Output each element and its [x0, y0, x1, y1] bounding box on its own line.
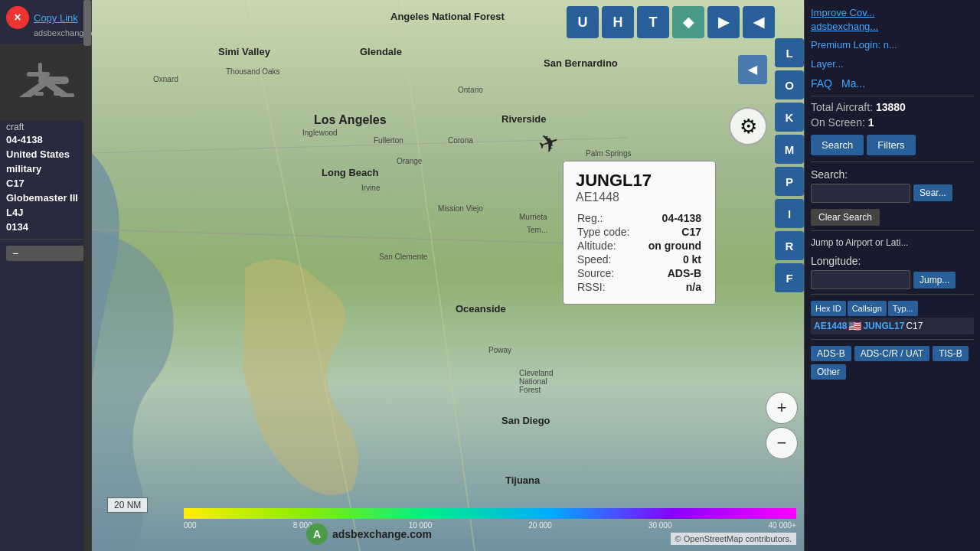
zoom-out-button[interactable]: −	[766, 427, 798, 459]
type-label: craft	[0, 120, 91, 134]
altitude-labels: 000 8 000 10 000 20 000 30 000 40 000+	[184, 521, 796, 530]
p-button[interactable]: P	[775, 167, 804, 196]
aircraft-table: Hex ID Callsign Typ... AE1448 🇺🇸 JUNGL17…	[811, 301, 974, 334]
h-button[interactable]: H	[602, 6, 634, 38]
logo: A adsbexchange.com	[306, 523, 432, 545]
m-button[interactable]: M	[775, 135, 804, 164]
popup-details: Reg.: 04-4138 Type code: C17 Altitude: o…	[576, 210, 703, 295]
prev-button[interactable]: ◀	[743, 6, 775, 38]
faq-link[interactable]: FAQ	[811, 77, 832, 90]
total-label: Total Aircraft:	[811, 101, 873, 113]
svg-rect-5	[23, 93, 32, 97]
zoom-in-button[interactable]: +	[766, 392, 798, 424]
source-tags: ADS-B ADS-C/R / UAT TIS-B Other	[811, 346, 974, 380]
popup-type-label: Type code:	[577, 226, 642, 238]
sear-button[interactable]: Sear...	[913, 184, 952, 201]
svg-rect-6	[34, 92, 44, 96]
u-button[interactable]: U	[567, 6, 599, 38]
longitude-label: Longitude:	[811, 255, 974, 267]
i-button[interactable]: I	[775, 199, 804, 228]
search-button[interactable]: Search	[811, 135, 864, 155]
popup-callsign: JUNGL17	[576, 171, 703, 191]
search-input[interactable]	[811, 184, 910, 203]
altitude-bar	[184, 508, 796, 519]
layer-button[interactable]: ◆	[672, 6, 704, 38]
icao-value: L4J	[0, 207, 91, 221]
row-hex: AE1448	[814, 321, 847, 331]
aircraft-image	[0, 44, 91, 120]
model-value: Globemaster III	[0, 192, 91, 207]
divider-2	[811, 161, 974, 162]
nav-left-button[interactable]: ◀	[738, 55, 767, 84]
jump-input[interactable]	[811, 270, 910, 289]
premium-login[interactable]: Premium Login: n...	[811, 38, 974, 52]
search-row: Sear...	[811, 184, 974, 203]
popup-type-value: C17	[643, 226, 701, 238]
settings-button[interactable]: ⚙	[729, 107, 767, 145]
table-headers: Hex ID Callsign Typ...	[811, 301, 974, 316]
row-flag: 🇺🇸	[848, 320, 861, 332]
reg-value: 04-4138	[0, 134, 91, 148]
t-button[interactable]: T	[637, 6, 669, 38]
table-row[interactable]: AE1448 🇺🇸 JUNGL17 C17	[811, 318, 974, 334]
minus-button[interactable]: −	[6, 246, 85, 261]
col-callsign-header[interactable]: Callsign	[848, 301, 887, 316]
popup-hex: AE1448	[576, 191, 703, 204]
domain-label: adsbexchange.com	[0, 27, 91, 44]
onscreen-row: On Screen: 1	[811, 116, 974, 129]
alt-label-0: 000	[184, 521, 197, 530]
svg-rect-7	[54, 92, 63, 96]
nav-links: FAQ Ma...	[811, 77, 974, 90]
filters-button[interactable]: Filters	[867, 135, 915, 155]
popup-alt-label: Altitude:	[577, 240, 642, 252]
squawk-value: 0134	[0, 221, 91, 236]
r-button[interactable]: R	[775, 231, 804, 260]
map-area[interactable]: Angeles National Forest Simi Valley Glen…	[92, 0, 804, 551]
jump-label: Jump to Airport or Lati...	[811, 237, 974, 249]
map-side-controls: L O K M P I R F	[775, 38, 804, 292]
col-type-header[interactable]: Typ...	[888, 301, 918, 316]
popup-source-label: Source:	[577, 267, 642, 279]
l-button[interactable]: L	[775, 38, 804, 67]
country-value: United States	[0, 148, 91, 163]
map-toolbar: U H T ◆ ▶ ◀	[567, 6, 775, 38]
adsb-link[interactable]: adsbexchang...	[811, 20, 974, 34]
onscreen-value: 1	[868, 116, 874, 129]
improve-coverage-link[interactable]: Improve Cov...	[811, 6, 974, 20]
other-tag[interactable]: Other	[811, 364, 846, 380]
o-button[interactable]: O	[775, 70, 804, 99]
map-link[interactable]: Ma...	[841, 77, 865, 90]
alt-label-30k: 30 000	[648, 521, 672, 530]
type-value: C17	[0, 178, 91, 192]
left-panel: × Copy Link adsbexchange.com cr	[0, 0, 92, 551]
k-button[interactable]: K	[775, 103, 804, 132]
search-label: Search:	[811, 168, 974, 181]
adsc-tag[interactable]: ADS-C/R / UAT	[854, 346, 929, 361]
clear-search-container: Clear Search	[811, 206, 974, 226]
next-button[interactable]: ▶	[707, 6, 740, 38]
map-attribution: © OpenStreetMap contributors.	[671, 533, 796, 545]
attribution-text: © OpenStreetMap contributors.	[675, 534, 792, 543]
col-hex-header[interactable]: Hex ID	[811, 301, 846, 316]
logo-text: adsbexchange.com	[332, 528, 432, 540]
tisb-tag[interactable]: TIS-B	[933, 346, 969, 361]
popup-reg-label: Reg.:	[577, 212, 642, 224]
popup-speed-value: 0 kt	[643, 253, 701, 266]
jump-row: Jump...	[811, 270, 974, 289]
svg-rect-8	[65, 93, 74, 97]
close-button[interactable]: ×	[6, 6, 29, 29]
logo-icon: A	[306, 523, 328, 545]
clear-search-button[interactable]: Clear Search	[811, 209, 880, 226]
f-button[interactable]: F	[775, 263, 804, 292]
popup-reg-value: 04-4138	[643, 212, 701, 224]
search-filter-row: Search Filters	[811, 135, 974, 155]
scale-bar: 20 NM	[107, 497, 148, 513]
jump-button[interactable]: Jump...	[913, 272, 956, 289]
adsb-tag[interactable]: ADS-B	[811, 346, 851, 361]
row-type: C17	[906, 321, 923, 331]
popup-rssi-label: RSSI:	[577, 281, 642, 293]
alt-label-20k: 20 000	[528, 521, 552, 530]
divider-4	[811, 294, 974, 295]
zoom-controls: + −	[766, 392, 798, 459]
layer-link[interactable]: Layer...	[811, 57, 974, 71]
